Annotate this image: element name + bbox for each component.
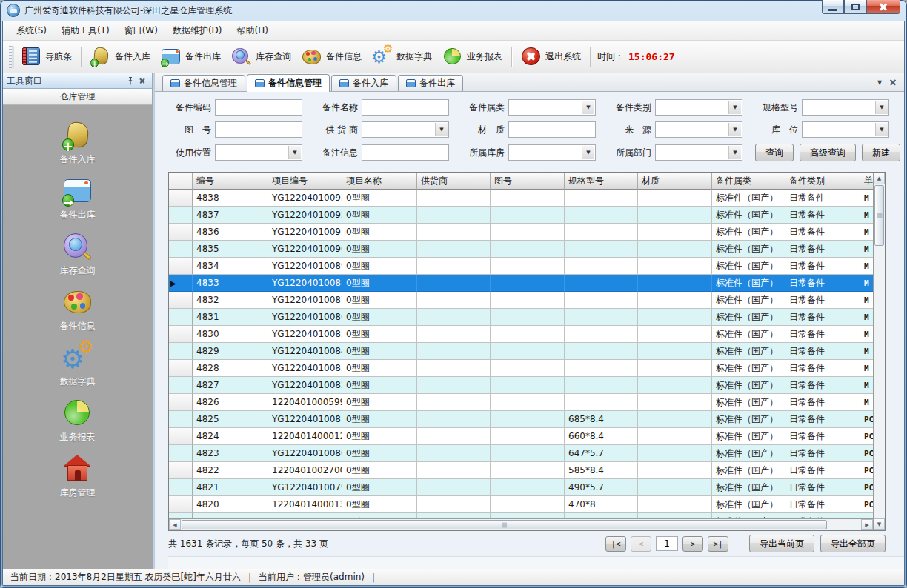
- row-selector-cell[interactable]: [169, 360, 193, 377]
- row-selector-cell[interactable]: [169, 326, 193, 343]
- row-selector-cell[interactable]: [169, 377, 193, 394]
- form-text-input[interactable]: [215, 121, 302, 138]
- warehouse-group-title[interactable]: 仓库管理: [3, 89, 152, 105]
- table-row[interactable]: 4825YG122040100810型圈685*8.4标准件（国产）日常备件PC: [169, 411, 873, 428]
- first-page-button[interactable]: |<: [605, 536, 626, 552]
- table-row[interactable]: 4829YG122040100840型圈标准件（国产）日常备件M: [169, 343, 873, 360]
- menu-item-3[interactable]: 数据维护(D): [165, 21, 230, 40]
- new-button[interactable]: 新建: [862, 144, 900, 161]
- table-row[interactable]: 4836YG122040100910型圈标准件（国产）日常备件M: [169, 224, 873, 241]
- form-text-input[interactable]: [215, 99, 302, 116]
- sidebar-item-3[interactable]: 备件信息: [60, 287, 96, 333]
- sidebar-item-6[interactable]: 库房管理: [60, 453, 96, 499]
- form-text-input[interactable]: [508, 121, 596, 138]
- tab-2[interactable]: 备件入库: [331, 75, 396, 91]
- chevron-down-icon[interactable]: ▼: [435, 123, 448, 136]
- row-selector-cell[interactable]: [169, 428, 193, 445]
- form-select[interactable]: ▼: [802, 121, 889, 138]
- table-row[interactable]: 482012204014000130型圈470*8标准件（国产）日常备件PC: [169, 496, 873, 513]
- tab-list-dropdown-icon[interactable]: ▼: [873, 76, 886, 89]
- toolbar-item-3[interactable]: 库存查询: [226, 44, 296, 70]
- tab-3[interactable]: 备件出库: [398, 75, 463, 91]
- maximize-button[interactable]: [844, 0, 866, 14]
- row-selector-cell[interactable]: [169, 292, 193, 309]
- export-all-pages-button[interactable]: 导出全部页: [820, 535, 886, 552]
- column-header-id[interactable]: 编号: [193, 173, 268, 190]
- toolbar-item-4[interactable]: 备件信息: [296, 44, 367, 70]
- toolbar-grip[interactable]: [9, 46, 12, 68]
- table-row[interactable]: 4831YG122040100860型圈标准件（国产）日常备件M: [169, 309, 873, 326]
- menu-item-2[interactable]: 窗口(W): [117, 21, 165, 40]
- table-row[interactable]: 4830YG122040100850型圈标准件（国产）日常备件M: [169, 326, 873, 343]
- horizontal-scrollbar[interactable]: ◀▶: [169, 518, 873, 530]
- menu-item-4[interactable]: 帮助(H): [230, 21, 276, 40]
- chevron-down-icon[interactable]: ▼: [728, 123, 741, 136]
- sidebar-item-1[interactable]: →备件出库: [60, 176, 96, 221]
- table-row[interactable]: 482612204010005990型圈标准件（国产）日常备件M: [169, 394, 873, 411]
- table-row[interactable]: 4823YG122040100800型圈647*5.7标准件（国产）日常备件PC: [169, 445, 873, 462]
- toolbar-item-2[interactable]: →备件出库: [156, 44, 226, 70]
- column-header-spec[interactable]: 规格型号: [565, 173, 638, 190]
- form-text-input[interactable]: [362, 144, 449, 161]
- chevron-down-icon[interactable]: ▼: [875, 101, 888, 114]
- page-number-input[interactable]: [656, 536, 678, 551]
- table-row[interactable]: 4832YG122040100870型圈标准件（国产）日常备件M: [169, 292, 873, 309]
- column-header-project_no[interactable]: 项目编号: [268, 173, 342, 190]
- pin-icon[interactable]: [124, 76, 136, 87]
- row-selector-cell[interactable]: [169, 394, 193, 411]
- row-selector-cell[interactable]: [169, 309, 193, 326]
- chevron-down-icon[interactable]: ▼: [582, 101, 594, 114]
- tool-window-close-button[interactable]: [136, 76, 148, 87]
- sidebar-item-5[interactable]: 业务报表: [60, 398, 96, 444]
- tab-1[interactable]: 备件信息管理: [247, 74, 330, 92]
- toolbar-item-0[interactable]: 导航条: [16, 44, 77, 70]
- row-selector-cell[interactable]: [169, 513, 193, 518]
- scroll-right-icon[interactable]: ▶: [861, 519, 873, 530]
- row-selector-cell[interactable]: [169, 479, 193, 496]
- scroll-left-icon[interactable]: ◀: [169, 519, 181, 530]
- row-selector-cell[interactable]: [169, 241, 193, 258]
- close-button[interactable]: [866, 0, 900, 14]
- advanced-query-button[interactable]: 高级查询: [800, 144, 856, 161]
- sidebar-item-4[interactable]: ⚙⚙数据字典: [60, 342, 96, 388]
- form-select[interactable]: ▼: [655, 121, 742, 138]
- table-row[interactable]: 4835YG122040100900型圈标准件（国产）日常备件M: [169, 241, 873, 258]
- row-selector-cell[interactable]: [169, 343, 193, 360]
- form-select[interactable]: ▼: [508, 99, 596, 116]
- row-selector-cell[interactable]: ▶: [169, 275, 193, 292]
- column-header-material[interactable]: 材质: [638, 173, 712, 190]
- table-row[interactable]: ▶4833YG122040100880型圈标准件（国产）日常备件M: [169, 275, 873, 292]
- row-selector-cell[interactable]: [169, 207, 193, 224]
- toolbar-item-5[interactable]: ⚙⚙数据字典: [367, 44, 437, 70]
- horizontal-scroll-thumb[interactable]: [182, 520, 827, 529]
- sidebar-item-2[interactable]: 库存查询: [60, 231, 96, 277]
- column-header-drawing[interactable]: 图号: [491, 173, 565, 190]
- tab-0[interactable]: 备件信息管理: [162, 75, 245, 91]
- row-selector-cell[interactable]: [169, 411, 193, 428]
- row-selector-cell[interactable]: [169, 258, 193, 275]
- row-selector-cell[interactable]: [169, 190, 193, 207]
- toolbar-item-7[interactable]: 退出系统: [516, 44, 586, 70]
- table-row[interactable]: 482212204010027000型圈585*8.4标准件（国产）日常备件PC: [169, 462, 873, 479]
- form-text-input[interactable]: [362, 99, 449, 116]
- menu-item-0[interactable]: 系统(S): [9, 21, 54, 40]
- tab-close-icon[interactable]: [886, 76, 900, 89]
- prev-page-button[interactable]: <: [631, 536, 651, 552]
- form-select[interactable]: ▼: [802, 99, 889, 116]
- form-select[interactable]: ▼: [362, 121, 449, 138]
- table-row[interactable]: 482412204014000120型圈660*8.4标准件（国产）日常备件PC: [169, 428, 873, 445]
- query-button[interactable]: 查询: [755, 144, 794, 161]
- column-header-attr[interactable]: 备件属类: [712, 173, 785, 190]
- form-select[interactable]: ▼: [655, 144, 742, 161]
- table-row[interactable]: 4828YG122040100830型圈标准件（国产）日常备件M: [169, 360, 873, 377]
- chevron-down-icon[interactable]: ▼: [728, 146, 741, 159]
- next-page-button[interactable]: >: [682, 536, 703, 552]
- scroll-down-icon[interactable]: ▼: [874, 518, 885, 530]
- toolbar-item-1[interactable]: +备件入库: [85, 44, 156, 70]
- chevron-down-icon[interactable]: ▼: [582, 146, 594, 159]
- chevron-down-icon[interactable]: ▼: [288, 146, 301, 159]
- table-row[interactable]: 4834YG122040100890型圈标准件（国产）日常备件M: [169, 258, 873, 275]
- vertical-scrollbar[interactable]: ▲ ▼: [873, 173, 885, 530]
- menu-item-1[interactable]: 辅助工具(T): [54, 21, 117, 40]
- form-select[interactable]: ▼: [508, 144, 596, 161]
